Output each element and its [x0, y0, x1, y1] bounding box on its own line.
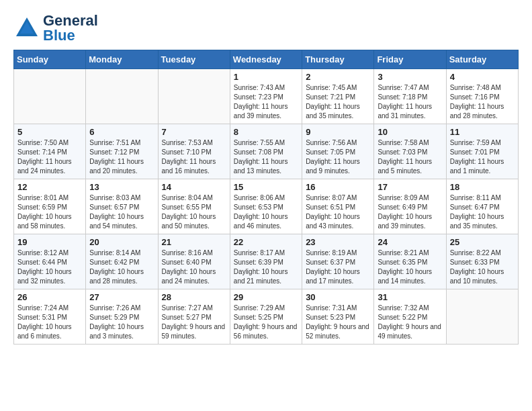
day-info: Sunrise: 8:11 AM Sunset: 6:47 PM Dayligh…	[450, 193, 515, 231]
day-info: Sunrise: 8:01 AM Sunset: 6:59 PM Dayligh…	[17, 193, 82, 231]
col-header-saturday: Saturday	[446, 50, 518, 69]
day-number: 29	[234, 292, 298, 302]
logo-text: GeneralBlue	[43, 13, 98, 43]
day-info: Sunrise: 7:58 AM Sunset: 7:03 PM Dayligh…	[378, 138, 442, 176]
day-number: 1	[234, 72, 298, 82]
day-info: Sunrise: 7:51 AM Sunset: 7:12 PM Dayligh…	[89, 138, 154, 176]
day-number: 6	[89, 127, 154, 137]
day-info: Sunrise: 7:55 AM Sunset: 7:08 PM Dayligh…	[234, 138, 298, 176]
day-cell: 11Sunrise: 7:59 AM Sunset: 7:01 PM Dayli…	[446, 124, 518, 179]
day-cell: 26Sunrise: 7:24 AM Sunset: 5:31 PM Dayli…	[14, 289, 86, 345]
day-cell: 29Sunrise: 7:29 AM Sunset: 5:25 PM Dayli…	[230, 289, 302, 345]
day-number: 31	[378, 292, 442, 302]
day-number: 8	[234, 127, 298, 137]
day-cell	[86, 69, 158, 124]
day-info: Sunrise: 7:32 AM Sunset: 5:22 PM Dayligh…	[378, 304, 442, 341]
col-header-sunday: Sunday	[14, 50, 86, 69]
day-cell: 7Sunrise: 7:53 AM Sunset: 7:10 PM Daylig…	[158, 124, 230, 179]
day-cell: 20Sunrise: 8:14 AM Sunset: 6:42 PM Dayli…	[86, 234, 158, 289]
day-cell: 13Sunrise: 8:03 AM Sunset: 6:57 PM Dayli…	[86, 179, 158, 234]
day-cell: 1Sunrise: 7:43 AM Sunset: 7:23 PM Daylig…	[230, 69, 302, 124]
day-cell: 14Sunrise: 8:04 AM Sunset: 6:55 PM Dayli…	[158, 179, 230, 234]
col-header-wednesday: Wednesday	[230, 50, 302, 69]
day-cell: 21Sunrise: 8:16 AM Sunset: 6:40 PM Dayli…	[158, 234, 230, 289]
week-row-2: 5Sunrise: 7:50 AM Sunset: 7:14 PM Daylig…	[14, 124, 519, 179]
day-number: 19	[17, 237, 82, 247]
day-number: 13	[89, 182, 154, 192]
col-header-monday: Monday	[86, 50, 158, 69]
day-number: 11	[450, 127, 515, 137]
calendar-header-row: SundayMondayTuesdayWednesdayThursdayFrid…	[14, 50, 519, 69]
day-number: 24	[378, 237, 442, 247]
col-header-thursday: Thursday	[302, 50, 374, 69]
day-cell: 16Sunrise: 8:07 AM Sunset: 6:51 PM Dayli…	[302, 179, 374, 234]
day-cell: 15Sunrise: 8:06 AM Sunset: 6:53 PM Dayli…	[230, 179, 302, 234]
day-number: 14	[162, 182, 226, 192]
day-cell: 2Sunrise: 7:45 AM Sunset: 7:21 PM Daylig…	[302, 69, 374, 124]
day-cell: 5Sunrise: 7:50 AM Sunset: 7:14 PM Daylig…	[14, 124, 86, 179]
day-cell: 25Sunrise: 8:22 AM Sunset: 6:33 PM Dayli…	[446, 234, 518, 289]
day-info: Sunrise: 8:14 AM Sunset: 6:42 PM Dayligh…	[89, 248, 154, 286]
day-number: 12	[17, 182, 82, 192]
day-info: Sunrise: 8:22 AM Sunset: 6:33 PM Dayligh…	[450, 248, 515, 286]
day-number: 26	[17, 292, 82, 302]
day-info: Sunrise: 7:45 AM Sunset: 7:21 PM Dayligh…	[306, 83, 370, 121]
day-cell: 31Sunrise: 7:32 AM Sunset: 5:22 PM Dayli…	[374, 289, 446, 345]
day-number: 16	[306, 182, 370, 192]
week-row-5: 26Sunrise: 7:24 AM Sunset: 5:31 PM Dayli…	[14, 289, 519, 345]
day-number: 3	[378, 72, 442, 82]
day-number: 7	[162, 127, 226, 137]
day-number: 18	[450, 182, 515, 192]
day-cell: 22Sunrise: 8:17 AM Sunset: 6:39 PM Dayli…	[230, 234, 302, 289]
calendar-body: 1Sunrise: 7:43 AM Sunset: 7:23 PM Daylig…	[14, 69, 519, 345]
day-cell: 8Sunrise: 7:55 AM Sunset: 7:08 PM Daylig…	[230, 124, 302, 179]
day-number: 10	[378, 127, 442, 137]
day-cell: 23Sunrise: 8:19 AM Sunset: 6:37 PM Dayli…	[302, 234, 374, 289]
week-row-4: 19Sunrise: 8:12 AM Sunset: 6:44 PM Dayli…	[14, 234, 519, 289]
day-info: Sunrise: 7:48 AM Sunset: 7:16 PM Dayligh…	[450, 83, 515, 121]
day-info: Sunrise: 8:19 AM Sunset: 6:37 PM Dayligh…	[306, 248, 370, 286]
day-number: 15	[234, 182, 298, 192]
day-number: 22	[234, 237, 298, 247]
day-info: Sunrise: 8:06 AM Sunset: 6:53 PM Dayligh…	[234, 193, 298, 231]
day-cell	[446, 289, 518, 345]
col-header-friday: Friday	[374, 50, 446, 69]
day-cell: 3Sunrise: 7:47 AM Sunset: 7:18 PM Daylig…	[374, 69, 446, 124]
day-number: 2	[306, 72, 370, 82]
day-info: Sunrise: 7:27 AM Sunset: 5:27 PM Dayligh…	[162, 304, 226, 341]
page-header: GeneralBlue	[13, 13, 519, 43]
day-cell: 28Sunrise: 7:27 AM Sunset: 5:27 PM Dayli…	[158, 289, 230, 345]
day-info: Sunrise: 7:29 AM Sunset: 5:25 PM Dayligh…	[234, 304, 298, 341]
day-cell: 30Sunrise: 7:31 AM Sunset: 5:23 PM Dayli…	[302, 289, 374, 345]
day-cell	[158, 69, 230, 124]
day-info: Sunrise: 7:50 AM Sunset: 7:14 PM Dayligh…	[17, 138, 82, 176]
day-info: Sunrise: 8:12 AM Sunset: 6:44 PM Dayligh…	[17, 248, 82, 286]
day-cell: 9Sunrise: 7:56 AM Sunset: 7:05 PM Daylig…	[302, 124, 374, 179]
day-number: 28	[162, 292, 226, 302]
day-cell: 6Sunrise: 7:51 AM Sunset: 7:12 PM Daylig…	[86, 124, 158, 179]
day-info: Sunrise: 7:24 AM Sunset: 5:31 PM Dayligh…	[17, 304, 82, 341]
day-cell	[14, 69, 86, 124]
day-number: 5	[17, 127, 82, 137]
day-cell: 10Sunrise: 7:58 AM Sunset: 7:03 PM Dayli…	[374, 124, 446, 179]
day-cell: 12Sunrise: 8:01 AM Sunset: 6:59 PM Dayli…	[14, 179, 86, 234]
day-info: Sunrise: 7:26 AM Sunset: 5:29 PM Dayligh…	[89, 304, 154, 341]
day-cell: 17Sunrise: 8:09 AM Sunset: 6:49 PM Dayli…	[374, 179, 446, 234]
day-number: 27	[89, 292, 154, 302]
day-info: Sunrise: 7:53 AM Sunset: 7:10 PM Dayligh…	[162, 138, 226, 176]
day-info: Sunrise: 8:07 AM Sunset: 6:51 PM Dayligh…	[306, 193, 370, 231]
day-info: Sunrise: 7:47 AM Sunset: 7:18 PM Dayligh…	[378, 83, 442, 121]
day-info: Sunrise: 7:59 AM Sunset: 7:01 PM Dayligh…	[450, 138, 515, 176]
col-header-tuesday: Tuesday	[158, 50, 230, 69]
day-info: Sunrise: 7:43 AM Sunset: 7:23 PM Dayligh…	[234, 83, 298, 121]
day-number: 20	[89, 237, 154, 247]
day-number: 23	[306, 237, 370, 247]
day-cell: 18Sunrise: 8:11 AM Sunset: 6:47 PM Dayli…	[446, 179, 518, 234]
day-info: Sunrise: 7:56 AM Sunset: 7:05 PM Dayligh…	[306, 138, 370, 176]
day-cell: 24Sunrise: 8:21 AM Sunset: 6:35 PM Dayli…	[374, 234, 446, 289]
day-info: Sunrise: 7:31 AM Sunset: 5:23 PM Dayligh…	[306, 304, 370, 341]
day-number: 25	[450, 237, 515, 247]
day-cell: 4Sunrise: 7:48 AM Sunset: 7:16 PM Daylig…	[446, 69, 518, 124]
calendar-table: SundayMondayTuesdayWednesdayThursdayFrid…	[13, 50, 519, 345]
day-cell: 19Sunrise: 8:12 AM Sunset: 6:44 PM Dayli…	[14, 234, 86, 289]
